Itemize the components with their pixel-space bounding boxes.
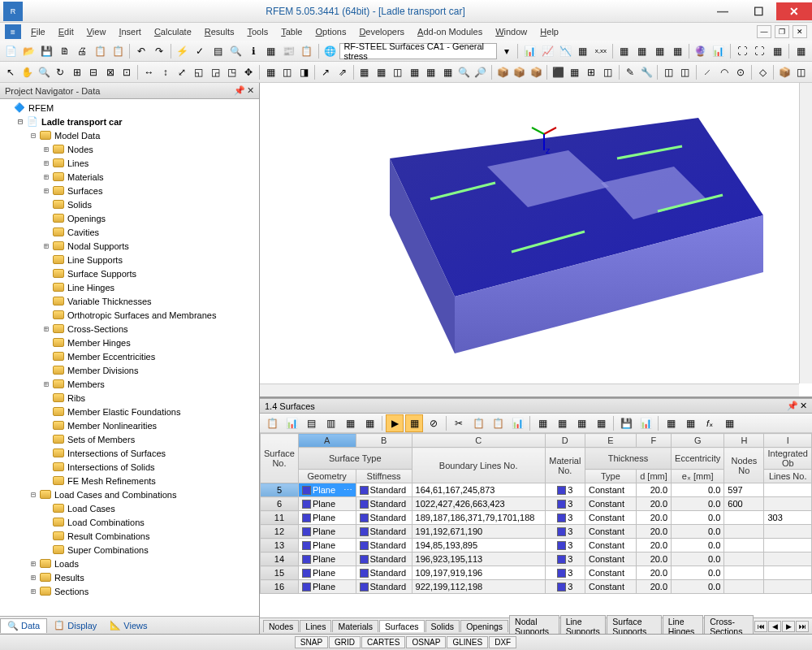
tree-model-data[interactable]: ⊟Model Data [2, 128, 257, 142]
menu-file[interactable]: File [24, 24, 52, 39]
tree-intersections-of-surfaces[interactable]: Intersections of Surfaces [2, 446, 257, 460]
nav-tab-views[interactable]: 📐 Views [103, 618, 153, 632]
calc-button[interactable]: ⚡ [175, 42, 191, 60]
table-tool[interactable]: ⊘ [425, 414, 443, 432]
tool-button[interactable]: ◨ [296, 63, 311, 81]
tool-button[interactable]: 🔍 [456, 63, 471, 81]
close-button[interactable]: ✕ [776, 2, 812, 20]
tree-results[interactable]: ⊞Results [2, 570, 257, 584]
table-tab-openings[interactable]: Openings [460, 620, 508, 632]
3d-viewport[interactable]: z [260, 83, 812, 398]
table-tool[interactable]: ▤ [302, 414, 320, 432]
view-button[interactable]: ⊞ [70, 63, 84, 81]
tool-button[interactable]: ↗ [318, 63, 333, 81]
table-row[interactable]: 6PlaneStandard1022,427,426,663,4233Const… [261, 497, 812, 511]
tree-member-divisions[interactable]: Member Divisions [2, 363, 257, 377]
tool-button[interactable]: 🔎 [473, 63, 488, 81]
tool-button[interactable]: ◇ [755, 63, 770, 81]
tool-button[interactable]: ⟋ [700, 63, 715, 81]
tool-button[interactable]: 🔧 [639, 63, 654, 81]
tree-result-combinations[interactable]: Result Combinations [2, 529, 257, 543]
tree-load-cases-and-combinations[interactable]: ⊟Load Cases and Combinations [2, 488, 257, 501]
tool-button[interactable]: ⊞ [584, 63, 598, 81]
table-tab-nodal-supports[interactable]: Nodal Supports [509, 615, 559, 634]
maximize-button[interactable]: ☐ [741, 2, 776, 20]
table-row[interactable]: 13PlaneStandard194,85,193,8953Constant20… [261, 539, 812, 552]
tool-button[interactable]: ⇗ [335, 63, 350, 81]
tool-button[interactable]: ◫ [661, 63, 676, 81]
view-button[interactable]: ⤢ [175, 63, 189, 81]
table-tool[interactable]: ▦ [681, 414, 699, 432]
tool-button[interactable]: ▦ [669, 42, 685, 60]
pin-icon[interactable]: 📌 [234, 85, 245, 96]
col-type[interactable]: Type [585, 470, 636, 483]
table-tool-highlight[interactable]: ▦ [405, 414, 423, 432]
table-tool[interactable]: 💾 [617, 414, 635, 432]
tool-button[interactable]: ▦ [575, 42, 591, 60]
tool-button[interactable]: 📦 [777, 63, 792, 81]
tree-load-cases[interactable]: Load Cases [2, 501, 257, 515]
tool-button[interactable]: ✎ [623, 63, 637, 81]
view-button[interactable]: ↔ [141, 63, 156, 81]
menu-edit[interactable]: Edit [52, 24, 80, 39]
tool-button[interactable]: ◫ [794, 63, 809, 81]
tool-button[interactable]: 📊 [710, 42, 727, 60]
status-grid[interactable]: GRID [329, 636, 361, 648]
tool-button[interactable]: ◫ [678, 63, 693, 81]
view-button[interactable]: ⊟ [86, 63, 101, 81]
tree-intersections-of-solids[interactable]: Intersections of Solids [2, 460, 257, 474]
table-row[interactable]: 15PlaneStandard109,197,919,1963Constant2… [261, 566, 812, 580]
tool-button[interactable]: ⛶ [734, 42, 750, 60]
new-button[interactable]: 📄 [3, 42, 19, 60]
table-tab-cross-sections[interactable]: Cross-Sections [704, 615, 754, 634]
col-boundary[interactable]: Boundary Lines No. [412, 448, 545, 483]
menu-options[interactable]: Options [309, 24, 352, 39]
col-ez[interactable]: eₓ [mm] [672, 470, 724, 483]
view-button[interactable]: ⊡ [119, 63, 134, 81]
pan-button[interactable]: ✋ [19, 63, 34, 81]
tree-sections[interactable]: ⊞Sections [2, 584, 257, 598]
copy-button[interactable]: 📋 [92, 42, 108, 60]
col-thickness[interactable]: Thickness [585, 448, 671, 470]
move-button[interactable]: ✥ [241, 63, 256, 81]
table-tool[interactable]: ▦ [361, 414, 378, 432]
nav-tab-display[interactable]: 📋 Display [47, 618, 103, 632]
tree-rfem[interactable]: 🔷RFEM [2, 101, 257, 115]
view-button[interactable]: ◳ [224, 63, 239, 81]
table-row[interactable]: 16PlaneStandard922,199,112,1983Constant2… [261, 580, 812, 594]
excel-icon[interactable]: 📊 [637, 414, 654, 432]
tool-button[interactable]: 📰 [281, 42, 297, 60]
col-d[interactable]: d [mm] [636, 470, 671, 483]
tool-button[interactable]: ◫ [600, 63, 615, 81]
module-icon[interactable]: 🌐 [322, 42, 339, 60]
table-tool[interactable]: ▦ [572, 414, 590, 432]
status-osnap[interactable]: OSNAP [406, 636, 446, 648]
table-tab-line-supports[interactable]: Line Supports [560, 615, 607, 634]
col-material[interactable]: MaterialNo. [545, 448, 585, 483]
close-icon[interactable]: ✕ [247, 85, 254, 96]
table-tab-surface-supports[interactable]: Surface Supports [607, 615, 661, 634]
col-geometry[interactable]: Geometry [298, 470, 356, 483]
col-eccentricity[interactable]: Eccentricity [672, 448, 724, 470]
tool-button[interactable]: 📦 [512, 63, 526, 81]
tree-loads[interactable]: ⊞Loads [2, 557, 257, 570]
tree-line-supports[interactable]: Line Supports [2, 253, 257, 266]
tree-sets-of-members[interactable]: Sets of Members [2, 432, 257, 446]
tree-cross-sections[interactable]: ⊞Cross-Sections [2, 322, 257, 336]
tab-nav-prev[interactable]: ◀ [768, 621, 781, 632]
tree-fe-mesh-refinements[interactable]: FE Mesh Refinements [2, 474, 257, 488]
col-letter[interactable]: D [545, 434, 585, 448]
tool-button[interactable]: ◠ [716, 63, 731, 81]
view-button[interactable]: ◲ [208, 63, 222, 81]
table-tool[interactable]: ▦ [553, 414, 571, 432]
menu-view[interactable]: View [80, 24, 113, 39]
menu-add-on-modules[interactable]: Add-on Modules [411, 24, 489, 39]
table-tool[interactable]: ▦ [533, 414, 551, 432]
tree-openings[interactable]: Openings [2, 211, 257, 225]
tool-button[interactable]: ▦ [567, 63, 581, 81]
menu-developers[interactable]: Developers [352, 24, 411, 39]
menu-calculate[interactable]: Calculate [148, 24, 198, 39]
col-letter[interactable]: C [412, 434, 545, 448]
table-tab-nodes[interactable]: Nodes [263, 620, 299, 632]
tree-surface-supports[interactable]: Surface Supports [2, 266, 257, 280]
